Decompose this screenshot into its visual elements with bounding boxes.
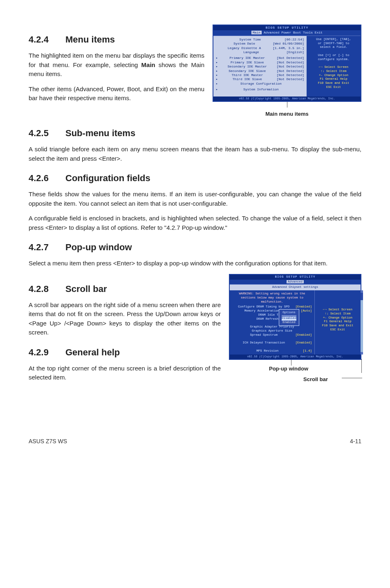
title-426: Configuration fields bbox=[65, 173, 150, 183]
secnum-424: 4.2.4 bbox=[29, 33, 65, 46]
bios2-subheader: Advanced Chipset settings bbox=[230, 285, 361, 290]
bios1-tabs: Main Advanced Power Boot Tools Exit bbox=[213, 30, 361, 36]
title-424: Menu items bbox=[65, 34, 115, 45]
caption-scrollbar: Scroll bar bbox=[303, 375, 328, 384]
heading-428: 4.2.8Scroll bar bbox=[29, 282, 221, 296]
title-429: General help bbox=[65, 347, 120, 357]
bios2-scrollbar bbox=[361, 290, 363, 355]
title-428: Scroll bar bbox=[65, 284, 107, 294]
secnum-427: 4.2.7 bbox=[29, 240, 65, 254]
bios-advanced-screenshot: BIOS SETUP UTILITY Advanced Advanced Chi… bbox=[229, 274, 361, 360]
bios2-popup: Options Disabled Enabled bbox=[279, 309, 299, 326]
p-424-2: The other items (Advanced, Power, Boot, … bbox=[29, 85, 204, 103]
p-429-1: At the top right corner of the menu scre… bbox=[29, 364, 221, 382]
p-425-1: A solid triangle before each item on any… bbox=[29, 145, 361, 163]
bios-main-screenshot: BIOS SETUP UTILITY Main Advanced Power B… bbox=[213, 25, 361, 102]
p-426-2: A configurable field is enclosed in brac… bbox=[29, 214, 361, 232]
heading-425: 4.2.5Sub-menu items bbox=[29, 126, 361, 140]
heading-429: 4.2.9General help bbox=[29, 346, 221, 359]
title-425: Sub-menu items bbox=[65, 128, 135, 138]
title-427: Pop-up window bbox=[65, 242, 132, 252]
bios1-help-pane: Use [ENTER], [TAB], or [SHIFT-TAB] to se… bbox=[307, 36, 361, 97]
bios2-left-pane: WARNING: Setting wrong values in the sec… bbox=[230, 290, 314, 355]
heading-427: 4.2.7Pop-up window bbox=[29, 240, 361, 254]
p-427-1: Select a menu item then press <Enter> to… bbox=[29, 259, 361, 268]
bios1-title: BIOS SETUP UTILITY bbox=[213, 25, 361, 30]
secnum-425: 4.2.5 bbox=[29, 126, 65, 140]
heading-426: 4.2.6Configuration fields bbox=[29, 171, 361, 185]
p-426-1: These fields show the values for the men… bbox=[29, 190, 361, 208]
secnum-426: 4.2.6 bbox=[29, 171, 65, 185]
p-424-1: The highlighted item on the menu bar dis… bbox=[29, 51, 204, 79]
caption-popup: Pop-up window bbox=[269, 365, 308, 373]
bios1-footer: v02.58 (C)Copyright 1985-2005, American … bbox=[213, 97, 361, 101]
footer-right: 4-11 bbox=[350, 437, 361, 446]
secnum-429: 4.2.9 bbox=[29, 346, 65, 359]
bios1-left-pane: System Time[06:22:54] System Date[Wed 01… bbox=[213, 36, 307, 97]
caption-main-menu-items: Main menu items bbox=[265, 110, 308, 118]
page-footer: ASUS Z7S WS 4-11 bbox=[29, 437, 361, 446]
bios2-footer: v02.58 (C)Copyright 1985-2005, American … bbox=[230, 355, 361, 359]
secnum-428: 4.2.8 bbox=[29, 282, 65, 296]
p-428-1: A scroll bar appears on the right side o… bbox=[29, 301, 221, 337]
footer-left: ASUS Z7S WS bbox=[29, 437, 67, 446]
bios2-title: BIOS SETUP UTILITY bbox=[230, 275, 361, 280]
heading-424: 4.2.4Menu items bbox=[29, 33, 204, 46]
bios2-help-pane: ←→ Select Screen ↑↓ Select Item +- Chang… bbox=[314, 290, 361, 355]
